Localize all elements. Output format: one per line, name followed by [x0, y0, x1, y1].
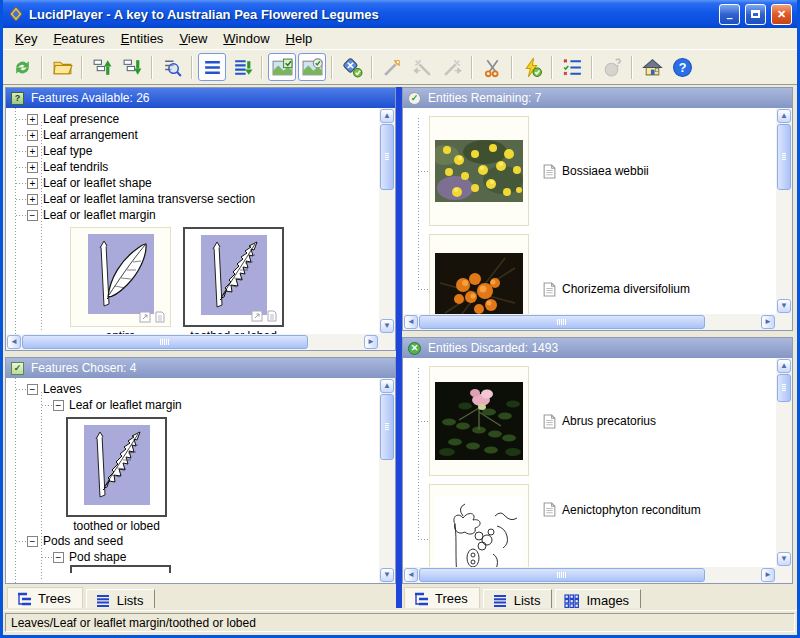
tree-item[interactable]: −Leaf or leaflet margin — [6, 207, 379, 223]
entity-name[interactable]: Chorizema diversifolium — [543, 282, 690, 297]
expand-toggle-icon[interactable]: − — [27, 210, 38, 221]
menu-entities[interactable]: Entities — [113, 29, 172, 48]
scroll-down-icon[interactable]: ▼ — [777, 299, 791, 313]
tab-lists[interactable]: Lists — [483, 589, 553, 608]
scroll-right-icon[interactable]: ► — [364, 335, 378, 349]
expand-list-button[interactable] — [228, 53, 256, 81]
vertical-scrollbar[interactable]: ▲ ▼ — [776, 358, 792, 567]
entity-thumbnail[interactable] — [429, 366, 529, 476]
chosen-state-thumbnail[interactable] — [66, 417, 167, 517]
entity-thumbnail[interactable] — [429, 234, 529, 314]
help-button[interactable]: ? — [668, 53, 696, 81]
entity-row[interactable]: Abrus precatorius — [429, 366, 776, 476]
shortcuts-button[interactable] — [518, 53, 546, 81]
horizontal-scrollbar[interactable]: ◄ ► — [403, 314, 776, 330]
menu-key[interactable]: Key — [7, 29, 45, 48]
best-feature-button[interactable] — [378, 53, 406, 81]
scrollbar-thumb[interactable] — [777, 374, 791, 402]
scrollbar-thumb[interactable] — [419, 568, 705, 582]
expand-toggle-icon[interactable]: + — [27, 194, 38, 205]
entity-thumbnail[interactable] — [429, 484, 529, 567]
prune-redundants-button[interactable] — [478, 53, 506, 81]
scroll-right-icon[interactable]: ► — [761, 568, 775, 582]
tab-lists[interactable]: Lists — [86, 589, 156, 608]
horizontal-scrollbar[interactable]: ◄ ► — [6, 334, 379, 350]
scroll-down-icon[interactable]: ▼ — [777, 552, 791, 566]
entity-thumbnail[interactable] — [429, 116, 529, 226]
expand-toggle-icon[interactable]: + — [27, 146, 38, 157]
entity-name[interactable]: Aenictophyton reconditum — [543, 502, 701, 517]
maximize-button[interactable] — [745, 4, 766, 25]
menu-window[interactable]: Window — [215, 29, 277, 48]
expand-toggle-icon[interactable]: − — [53, 400, 64, 411]
notes-icon[interactable] — [266, 310, 278, 322]
expand-toggle-icon[interactable]: + — [27, 114, 38, 125]
expand-toggle-icon[interactable]: + — [27, 178, 38, 189]
expand-toggle-icon[interactable]: + — [27, 162, 38, 173]
tree-item[interactable]: +Leaf presence — [6, 111, 379, 127]
entity-name[interactable]: Bossiaea webbii — [543, 164, 649, 179]
tree-item[interactable]: +Leaf tendrils — [6, 159, 379, 175]
menu-view[interactable]: View — [171, 29, 215, 48]
horizontal-scrollbar[interactable]: ◄ ► — [403, 567, 776, 583]
entity-row[interactable]: Aenictophyton reconditum — [429, 484, 776, 567]
entity-name[interactable]: Abrus precatorius — [543, 414, 656, 429]
scroll-up-icon[interactable]: ▲ — [380, 379, 394, 393]
vertical-scrollbar[interactable]: ▲ ▼ — [379, 108, 395, 334]
tree-item[interactable]: +Leaf or leaflet lamina transverse secti… — [6, 191, 379, 207]
tree-item[interactable]: −Leaves — [6, 381, 379, 397]
state-thumbnail-entire[interactable] — [70, 227, 171, 327]
restart-key-button[interactable] — [8, 53, 36, 81]
scroll-left-icon[interactable]: ◄ — [404, 568, 418, 582]
tab-trees[interactable]: Trees — [404, 587, 480, 608]
entity-row[interactable]: Chorizema diversifolium — [429, 234, 776, 314]
tree-item[interactable]: +Leaf arrangement — [6, 127, 379, 143]
expand-toggle-icon[interactable]: − — [53, 552, 64, 563]
find-button[interactable] — [158, 53, 186, 81]
scroll-down-icon[interactable]: ▼ — [380, 319, 394, 333]
tree-item[interactable]: −Leaf or leaflet margin — [6, 397, 379, 413]
scroll-up-icon[interactable]: ▲ — [777, 359, 791, 373]
scrollbar-thumb[interactable] — [22, 335, 308, 349]
scrollbar-thumb[interactable] — [380, 124, 394, 190]
vertical-scrollbar[interactable]: ▲ ▼ — [776, 108, 792, 314]
state-thumbnail-toothed[interactable] — [183, 227, 284, 327]
tree-item[interactable]: +Leaf type — [6, 143, 379, 159]
discard-mismatched-button[interactable] — [338, 53, 366, 81]
list-view-button[interactable] — [198, 53, 226, 81]
close-button[interactable]: ✕ — [771, 4, 792, 25]
tree-item[interactable]: −Pods and seed — [6, 533, 379, 549]
open-key-button[interactable] — [48, 53, 76, 81]
entity-row[interactable]: Bossiaea webbii — [429, 116, 776, 226]
scrollbar-thumb[interactable] — [380, 394, 394, 460]
tree-item[interactable]: −Pod shape — [6, 549, 379, 565]
expand-toggle-icon[interactable]: − — [27, 384, 38, 395]
expand-toggle-icon[interactable]: + — [27, 130, 38, 141]
tab-trees[interactable]: Trees — [7, 587, 83, 608]
scroll-down-icon[interactable]: ▼ — [380, 568, 394, 582]
differences-button[interactable] — [558, 53, 586, 81]
clipped-thumbnail[interactable] — [70, 565, 171, 573]
tree-item[interactable]: +Leaf or leaflet shape — [6, 175, 379, 191]
collapse-tree-button[interactable] — [88, 53, 116, 81]
scroll-up-icon[interactable]: ▲ — [380, 109, 394, 123]
why-discarded-button[interactable] — [598, 53, 626, 81]
expand-toggle-icon[interactable]: − — [27, 536, 38, 547]
scrollbar-thumb[interactable] — [419, 315, 705, 329]
next-best-button[interactable] — [438, 53, 466, 81]
previous-best-button[interactable] — [408, 53, 436, 81]
expand-tree-button[interactable] — [118, 53, 146, 81]
entity-thumbnails-button[interactable] — [298, 53, 326, 81]
notes-icon[interactable] — [154, 311, 166, 323]
scroll-left-icon[interactable]: ◄ — [7, 335, 21, 349]
menu-help[interactable]: Help — [278, 29, 321, 48]
scrollbar-thumb[interactable] — [777, 124, 791, 190]
scroll-left-icon[interactable]: ◄ — [404, 315, 418, 329]
minimize-button[interactable]: – — [719, 4, 740, 25]
tab-images[interactable]: Images — [555, 589, 641, 608]
vertical-scrollbar[interactable]: ▲ ▼ — [379, 378, 395, 583]
feature-thumbnails-button[interactable] — [268, 53, 296, 81]
scroll-up-icon[interactable]: ▲ — [777, 109, 791, 123]
home-button[interactable] — [638, 53, 666, 81]
scroll-right-icon[interactable]: ► — [761, 315, 775, 329]
